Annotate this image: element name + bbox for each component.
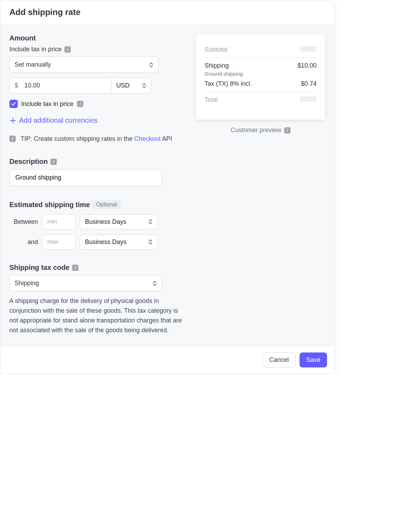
- preview-shipping-row: Shipping Ground shipping $10.00: [204, 58, 317, 77]
- tip-prefix: TIP: Create custom shipping rates in the: [21, 135, 132, 142]
- est-max-row: and Business Days: [9, 234, 186, 250]
- modal-body: Amount Include tax in price i Set manual…: [0, 25, 334, 346]
- tip-row: i TIP: Create custom shipping rates in t…: [9, 134, 186, 144]
- modal-title: Add shipping rate: [9, 7, 325, 17]
- include-tax-checkbox-label: Include tax in price: [21, 100, 73, 108]
- checkout-link[interactable]: Checkout: [134, 135, 161, 142]
- and-label: and: [9, 238, 38, 246]
- description-heading-row: Description i: [9, 158, 186, 166]
- est-min-unit: Business Days: [85, 218, 126, 226]
- amount-input-group: $ USD: [9, 78, 186, 93]
- est-max-field[interactable]: [42, 234, 76, 250]
- est-min-unit-select[interactable]: Business Days: [80, 214, 158, 229]
- check-icon: [11, 101, 16, 106]
- description-field[interactable]: [9, 169, 162, 186]
- add-currencies-button[interactable]: Add additional currencies: [9, 116, 186, 124]
- customer-preview-card: Subtotal Shipping Ground shipping $10.00…: [196, 34, 325, 117]
- chevron-updown-icon: [142, 83, 146, 89]
- include-tax-label: Include tax in price: [9, 46, 62, 53]
- subtotal-label: Subtotal: [204, 46, 227, 53]
- total-skeleton: [300, 96, 317, 102]
- price-input[interactable]: [24, 82, 106, 90]
- currency-symbol: $: [15, 82, 18, 89]
- amount-method-value: Set manually: [15, 61, 51, 68]
- amount-method-select[interactable]: Set manually: [9, 56, 158, 73]
- currency-code: USD: [116, 82, 130, 89]
- include-tax-label-row: Include tax in price i: [9, 46, 186, 53]
- info-icon[interactable]: i: [72, 265, 78, 271]
- chevron-updown-icon: [148, 219, 153, 225]
- tax-code-heading-row: Shipping tax code i: [9, 264, 186, 272]
- plus-icon: [9, 117, 16, 124]
- chevron-updown-icon: [148, 239, 153, 245]
- modal-header: Add shipping rate: [0, 0, 334, 25]
- info-icon[interactable]: i: [64, 46, 71, 53]
- tax-code-select[interactable]: Shipping: [9, 275, 162, 291]
- subtotal-skeleton: [300, 46, 317, 52]
- preview-subtotal-row: Subtotal: [204, 42, 317, 58]
- save-button[interactable]: Save: [300, 352, 327, 367]
- total-label: Total: [204, 96, 218, 104]
- est-min-input[interactable]: [47, 218, 71, 226]
- est-heading: Estimated shipping time: [9, 201, 90, 209]
- tax-code-value: Shipping: [15, 280, 39, 287]
- amount-heading: Amount: [9, 34, 186, 42]
- info-icon[interactable]: i: [284, 127, 290, 134]
- est-min-row: Between Business Days: [9, 214, 186, 229]
- tax-label: Tax (TX) 8% incl.: [204, 80, 252, 88]
- price-field[interactable]: $: [9, 78, 111, 93]
- shipping-sublabel: Ground shipping: [204, 71, 243, 77]
- shipping-label: Shipping: [204, 62, 243, 69]
- add-currencies-label: Add additional currencies: [19, 116, 98, 124]
- include-tax-checkbox[interactable]: [9, 100, 18, 108]
- tip-text: TIP: Create custom shipping rates in the…: [21, 134, 172, 144]
- include-tax-checkbox-row: Include tax in price i: [9, 100, 186, 108]
- add-shipping-rate-modal: Add shipping rate Amount Include tax in …: [0, 0, 334, 374]
- est-min-field[interactable]: [42, 214, 76, 229]
- cancel-button[interactable]: Cancel: [263, 352, 295, 367]
- preview-caption: Customer preview i: [196, 127, 325, 134]
- info-icon[interactable]: i: [9, 136, 16, 142]
- preview-column: Subtotal Shipping Ground shipping $10.00…: [196, 34, 325, 335]
- est-max-unit: Business Days: [85, 238, 126, 246]
- shipping-value: $10.00: [297, 62, 317, 69]
- tax-value: $0.74: [301, 80, 317, 88]
- between-label: Between: [9, 218, 38, 226]
- tax-code-heading: Shipping tax code: [9, 264, 69, 272]
- chevron-updown-icon: [149, 62, 153, 68]
- form-column: Amount Include tax in price i Set manual…: [9, 34, 186, 335]
- est-max-unit-select[interactable]: Business Days: [80, 235, 158, 250]
- preview-caption-text: Customer preview: [231, 127, 281, 134]
- modal-footer: Cancel Save: [0, 346, 334, 374]
- info-icon[interactable]: i: [51, 159, 57, 165]
- tax-code-help: A shipping charge for the delivery of ph…: [9, 296, 186, 335]
- info-icon[interactable]: i: [77, 101, 83, 107]
- preview-tax-row: Tax (TX) 8% incl. $0.74: [204, 77, 317, 92]
- est-max-input[interactable]: [47, 238, 71, 246]
- preview-total-row: Total: [204, 92, 317, 108]
- description-heading: Description: [9, 158, 48, 166]
- est-heading-row: Estimated shipping time Optional: [9, 200, 186, 209]
- chevron-updown-icon: [153, 281, 157, 286]
- optional-badge: Optional: [93, 200, 121, 209]
- currency-select[interactable]: USD: [111, 78, 152, 93]
- tip-suffix: API: [161, 135, 172, 142]
- description-input[interactable]: [15, 174, 157, 182]
